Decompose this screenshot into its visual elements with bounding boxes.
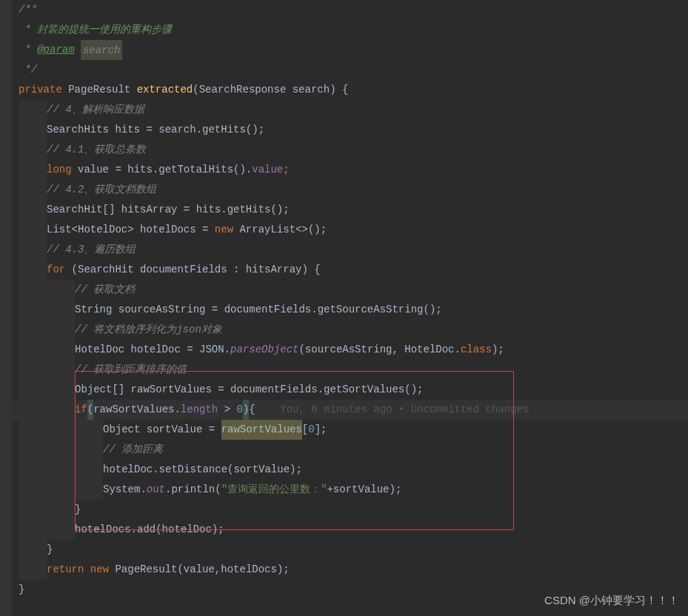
method-name: extracted [137, 80, 193, 100]
keyword-if: if [75, 400, 87, 420]
code-line[interactable]: // 获取到距离排序的值 [0, 360, 688, 380]
code-line[interactable]: for (SearchHit documentFields : hitsArra… [0, 260, 688, 280]
code-line[interactable]: * 封装的提统一使用的重构步骤 [0, 20, 688, 40]
doc-tag: @param [37, 40, 74, 60]
code-line[interactable]: System.out.println("查询返回的公里数："+sortValue… [0, 480, 688, 500]
paren-match: ) [243, 400, 249, 420]
code-line-active[interactable]: if(rawSortValues.length > 0){ You, 6 min… [0, 400, 688, 420]
code-line[interactable]: } [0, 500, 688, 520]
code-line[interactable]: hotelDocs.add(hotelDoc); [0, 520, 688, 540]
comment: // 4、解析响应数据 [47, 100, 144, 120]
comment: // 将文档放序列化为json对象 [75, 320, 222, 340]
code-line[interactable]: */ [0, 60, 688, 80]
static-field: out [147, 480, 165, 500]
string-literal: "查询返回的公里数：" [221, 480, 327, 500]
code-line[interactable]: // 添加距离 [0, 440, 688, 460]
keyword-private: private [19, 80, 62, 100]
keyword-return: return [47, 560, 84, 580]
code-line[interactable]: // 4、解析响应数据 [0, 100, 688, 120]
code-line[interactable]: Object sortValue = rawSortValues[0]; [0, 420, 688, 440]
code-line[interactable]: SearchHit[] hitsArray = hits.getHits(); [0, 200, 688, 220]
code-line[interactable]: Object[] rawSortValues = documentFields.… [0, 380, 688, 400]
highlighted-identifier: rawSortValues [221, 420, 302, 440]
code-line[interactable]: hotelDoc.setDistance(sortValue); [0, 460, 688, 480]
number-literal: 0 [308, 420, 314, 440]
code-line[interactable]: // 4.2、获取文档数组 [0, 180, 688, 200]
code-line[interactable]: // 4.3、遍历数组 [0, 240, 688, 260]
comment: // 4.1、获取总条数 [47, 140, 146, 160]
static-method: parseObject [230, 340, 298, 360]
field-length: length [181, 400, 218, 420]
comment: // 4.2、获取文档数组 [47, 180, 156, 200]
param-type: SearchResponse [199, 80, 287, 100]
code-statement: SearchHits hits = search.getHits(); [47, 120, 264, 140]
code-editor[interactable]: /** * 封装的提统一使用的重构步骤 * @param search */ p… [0, 0, 688, 600]
code-line[interactable]: return new PageResult(value,hotelDocs); [0, 560, 688, 580]
code-line[interactable]: // 4.1、获取总条数 [0, 140, 688, 160]
comment: // 获取文档 [75, 280, 135, 300]
code-line[interactable]: * @param search [0, 40, 688, 60]
doc-comment: * 封装的提统一使用的重构步骤 [19, 20, 172, 40]
keyword-new: new [90, 560, 109, 580]
number-literal: 0 [236, 400, 242, 420]
keyword-class: class [461, 340, 492, 360]
doc-param: search [81, 40, 122, 60]
gutter [0, 0, 12, 616]
comment: // 获取到距离排序的值 [75, 360, 187, 380]
code-line[interactable]: String sourceAsString = documentFields.g… [0, 300, 688, 320]
code-line[interactable]: /** [0, 0, 688, 20]
code-line[interactable]: } [0, 540, 688, 560]
code-statement: SearchHit[] hitsArray = hits.getHits(); [47, 200, 290, 220]
comment: // 添加距离 [103, 440, 163, 460]
code-line[interactable]: HotelDoc hotelDoc = JSON.parseObject(sou… [0, 340, 688, 360]
comment: // 4.3、遍历数组 [47, 240, 136, 260]
code-line[interactable]: private PageResult extracted(SearchRespo… [0, 80, 688, 100]
code-line[interactable]: // 获取文档 [0, 280, 688, 300]
code-line[interactable]: // 将文档放序列化为json对象 [0, 320, 688, 340]
code-line[interactable]: SearchHits hits = search.getHits(); [0, 120, 688, 140]
code-line[interactable]: long value = hits.getTotalHits().value; [0, 160, 688, 180]
keyword-long: long [47, 160, 72, 180]
keyword-for: for [47, 260, 65, 280]
return-type: PageResult [68, 80, 130, 100]
field-value: value [252, 160, 283, 180]
keyword-new: new [215, 220, 233, 240]
doc-comment-close: */ [19, 60, 37, 80]
doc-comment: * [19, 40, 37, 60]
code-line[interactable]: List<HotelDoc> hotelDocs = new ArrayList… [0, 220, 688, 240]
watermark: CSDN @小钟要学习！！！ [544, 590, 679, 610]
doc-comment-open: /** [19, 0, 37, 20]
param-name: search [293, 80, 330, 100]
git-blame-annotation: You, 6 minutes ago • Uncommitted changes [280, 400, 529, 420]
paren-match: ( [87, 400, 93, 420]
